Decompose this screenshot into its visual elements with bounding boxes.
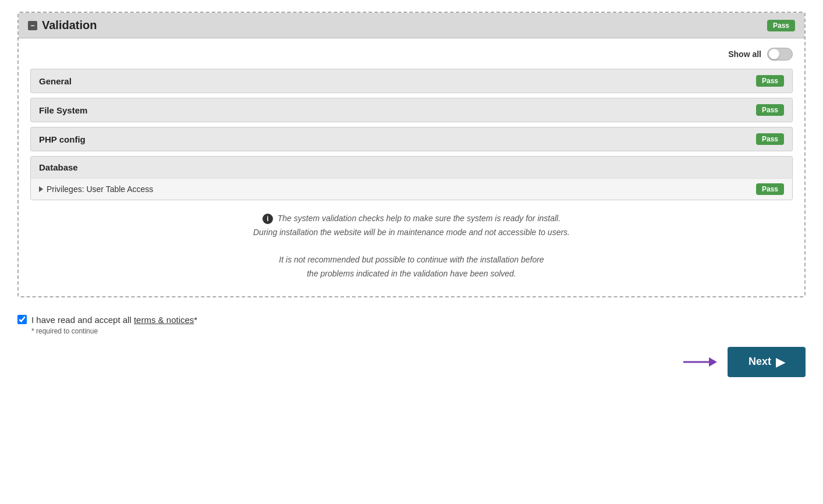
validation-title: − Validation [28,19,97,32]
php-config-pass-badge: Pass [756,133,784,145]
info-message: i The system validation checks help to m… [30,212,793,281]
validation-panel: − Validation Pass Show all General Pass … [17,12,806,297]
privileges-text: Privileges: User Table Access [47,184,153,194]
filesystem-section-title: File System [39,105,87,115]
show-all-toggle[interactable] [767,48,793,61]
show-all-row: Show all [30,48,793,61]
general-section-title: General [39,76,72,86]
terms-prefix: I have read and accept all [31,315,134,325]
filesystem-section-row: File System Pass [30,98,793,122]
validation-header: − Validation Pass [19,13,804,38]
overall-pass-badge: Pass [767,20,795,31]
info-icon: i [262,214,273,224]
php-config-section-title: PHP config [39,134,86,144]
required-note: * required to continue [31,327,806,335]
next-arrow-graphic [683,354,718,370]
svg-marker-1 [709,357,717,367]
terms-checkbox-row: I have read and accept all terms & notic… [17,315,806,325]
collapse-icon[interactable]: − [28,21,37,30]
info-line-1: i The system validation checks help to m… [30,212,793,226]
terms-asterisk: * [194,315,197,325]
database-section: Database Privileges: User Table Access P… [30,156,793,200]
info-text-3: It is not recommended but possible to co… [279,255,544,264]
next-button-arrow-icon: ▶ [776,355,785,369]
privileges-label: Privileges: User Table Access [39,184,153,194]
arrow-indicator [683,354,718,370]
privileges-pass-badge: Pass [756,183,784,195]
next-section: Next ▶ [17,347,806,377]
info-text-1: The system validation checks help to mak… [278,214,561,223]
database-item: Privileges: User Table Access Pass [31,178,792,200]
info-line-4: the problems indicated in the validation… [30,267,793,281]
terms-link[interactable]: terms & notices [134,315,194,325]
php-config-section-row: PHP config Pass [30,127,793,151]
terms-section: I have read and accept all terms & notic… [17,315,806,335]
general-section-row: General Pass [30,69,793,93]
filesystem-pass-badge: Pass [756,104,784,116]
info-line-2: During installation the website will be … [30,226,793,240]
expand-arrow-icon[interactable] [39,186,43,192]
terms-checkbox[interactable] [17,315,27,324]
next-button[interactable]: Next ▶ [728,347,806,377]
general-pass-badge: Pass [756,75,784,87]
info-text-2: During installation the website will be … [253,228,570,237]
info-line-3: It is not recommended but possible to co… [30,253,793,267]
validation-body: Show all General Pass File System Pass P… [19,38,804,296]
show-all-label: Show all [728,49,761,59]
next-button-label: Next [748,356,771,368]
info-text-4: the problems indicated in the validation… [307,269,516,278]
database-header: Database [31,157,792,178]
validation-title-text: Validation [42,19,97,32]
terms-label-text: I have read and accept all terms & notic… [31,315,197,325]
